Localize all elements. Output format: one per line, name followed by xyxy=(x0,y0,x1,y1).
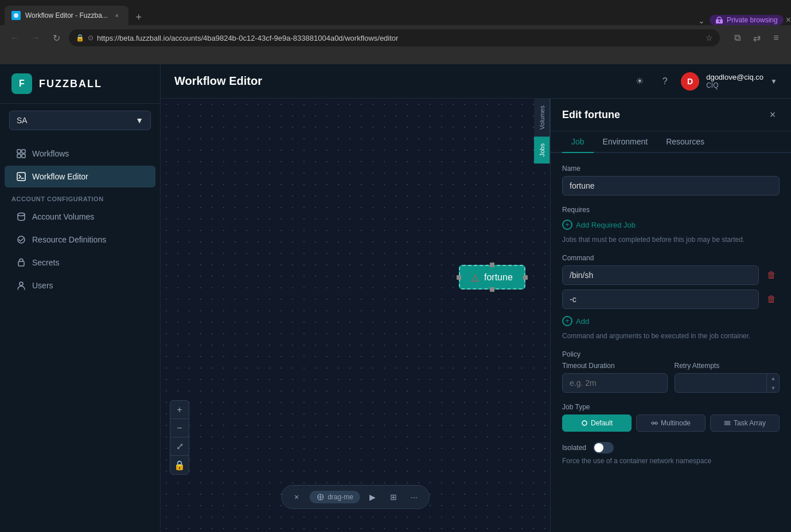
sidebar-item-editor-label: Workflow Editor xyxy=(32,172,88,181)
user-info: dgodlove@ciq.co CIQ xyxy=(706,73,763,89)
command-input-1[interactable] xyxy=(562,265,759,285)
sidebar-item-users-label: Users xyxy=(32,281,53,290)
tab-resources[interactable]: Resources xyxy=(657,131,714,153)
sidebar-item-users[interactable]: Users xyxy=(5,275,155,296)
retry-input-wrap: ▲ ▼ xyxy=(675,373,780,393)
name-input[interactable] xyxy=(562,176,780,195)
toolbar-play-button[interactable]: ▶ xyxy=(365,489,381,505)
delete-command-1-button[interactable]: 🗑 xyxy=(763,267,780,283)
sidebar-item-secrets[interactable]: Secrets xyxy=(5,252,155,273)
job-type-default-button[interactable]: Default xyxy=(562,414,632,432)
isolated-helper-text: Force the use of a container network nam… xyxy=(562,457,780,465)
sidebar: F FUZZBALL SA ▼ Workflows Workflow Edito… xyxy=(0,64,161,532)
user-avatar[interactable]: D xyxy=(681,72,699,91)
menu-button[interactable]: ≡ xyxy=(768,30,784,46)
browser-tab[interactable]: Workflow Editor - Fuzzba... × xyxy=(5,6,128,25)
toolbar-drag-handle[interactable]: drag-me xyxy=(309,491,360,503)
job-type-multinode-label: Multinode xyxy=(661,419,691,427)
delete-command-2-button[interactable]: 🗑 xyxy=(763,291,780,307)
workflow-node-fortune[interactable]: △ fortune xyxy=(459,265,525,290)
command-helper-text: Command and arguments to be executed in … xyxy=(562,332,780,340)
svg-rect-4 xyxy=(22,154,25,158)
logo-icon: F xyxy=(11,73,32,94)
tab-close-button[interactable]: × xyxy=(112,11,122,20)
resource-icon xyxy=(16,234,26,245)
forward-button[interactable]: → xyxy=(28,30,44,46)
job-type-default-label: Default xyxy=(591,419,613,427)
zoom-out-button[interactable]: − xyxy=(170,419,189,437)
new-tab-button[interactable]: + xyxy=(131,9,147,25)
isolated-toggle[interactable] xyxy=(593,442,614,453)
bottom-toolbar: × drag-me ▶ ⊞ ··· xyxy=(281,485,430,509)
node-label: fortune xyxy=(484,272,513,283)
requires-field-group: Requires + Add Required Job Jobs that mu… xyxy=(562,206,780,244)
retry-decrement-button[interactable]: ▼ xyxy=(767,383,780,393)
sidebar-item-account-volumes[interactable]: Account Volumes xyxy=(5,206,155,228)
node-left-handle[interactable] xyxy=(457,275,461,280)
bookmark-icon[interactable]: ☆ xyxy=(706,33,713,42)
user-menu-chevron[interactable]: ▼ xyxy=(770,77,777,85)
add-command-icon: + xyxy=(562,316,572,326)
sync-button[interactable]: ⇄ xyxy=(749,30,765,46)
secrets-icon xyxy=(16,257,26,268)
workflow-canvas[interactable]: Volumes Jobs △ fortune + − ⤢ xyxy=(161,99,550,532)
requires-label: Requires xyxy=(562,206,780,214)
theme-toggle-button[interactable]: ☀ xyxy=(630,72,649,91)
svg-point-11 xyxy=(582,421,587,425)
sidebar-item-resources-label: Resource Definitions xyxy=(32,235,106,244)
extensions-button[interactable]: ⧉ xyxy=(729,30,745,46)
back-button[interactable]: ← xyxy=(7,30,23,46)
svg-point-0 xyxy=(14,13,18,18)
toolbar-grid-button[interactable]: ⊞ xyxy=(385,489,402,505)
retry-field: Retry Attempts ▲ ▼ xyxy=(675,362,780,393)
tab-job[interactable]: Job xyxy=(562,131,594,153)
help-button[interactable]: ? xyxy=(656,72,674,91)
org-selector[interactable]: SA ▼ xyxy=(9,111,151,130)
retry-input[interactable] xyxy=(675,373,780,393)
zoom-fit-button[interactable]: ⤢ xyxy=(170,437,189,456)
panel-close-button[interactable]: × xyxy=(766,108,780,122)
org-dropdown[interactable]: SA ▼ xyxy=(9,111,151,130)
zoom-controls: + − ⤢ 🔒 xyxy=(170,400,189,475)
timeout-input[interactable] xyxy=(562,373,668,393)
sidebar-item-volumes-label: Account Volumes xyxy=(32,212,94,221)
toolbar-more-button[interactable]: ··· xyxy=(406,489,422,505)
tab-favicon xyxy=(11,11,21,20)
sidebar-item-resource-definitions[interactable]: Resource Definitions xyxy=(5,229,155,251)
zoom-in-button[interactable]: + xyxy=(170,401,189,419)
sidebar-item-workflows[interactable]: Workflows xyxy=(5,143,155,165)
job-type-task-array-button[interactable]: Task Array xyxy=(710,414,780,432)
sidebar-logo: F FUZZBALL xyxy=(0,64,160,104)
node-warning-icon: △ xyxy=(472,272,478,283)
side-tab-jobs[interactable]: Jobs xyxy=(534,136,550,163)
isolated-row: Isolated xyxy=(562,442,780,453)
main-content: Workflow Editor ☀ ? D dgodlove@ciq.co CI… xyxy=(161,64,791,532)
toolbar-close-button[interactable]: × xyxy=(289,489,305,505)
add-required-icon: + xyxy=(562,220,572,230)
node-box[interactable]: △ fortune xyxy=(459,265,525,290)
tab-environment[interactable]: Environment xyxy=(594,131,657,153)
private-browsing-badge: Private browsing xyxy=(710,15,784,25)
tab-list-button[interactable]: ⌄ xyxy=(698,16,705,25)
node-right-handle[interactable] xyxy=(523,275,528,280)
zoom-lock-button[interactable]: 🔒 xyxy=(170,456,189,474)
add-command-label: Add xyxy=(576,317,589,326)
toggle-knob xyxy=(594,443,603,452)
job-type-multinode-button[interactable]: Multinode xyxy=(636,414,706,432)
command-input-2[interactable] xyxy=(562,290,759,309)
browser-close-button[interactable]: × xyxy=(786,15,791,25)
tab-controls: ⌄ xyxy=(698,16,710,25)
sidebar-item-workflow-editor[interactable]: Workflow Editor xyxy=(5,166,155,187)
add-required-button[interactable]: + Add Required Job xyxy=(562,217,780,232)
reload-button[interactable]: ↻ xyxy=(48,30,64,46)
job-type-field-group: Job Type Default Multinode xyxy=(562,403,780,432)
url-bar[interactable]: 🔒 ⊙ https://beta.fuzzball.io/accounts/4b… xyxy=(69,29,720,46)
tab-title: Workflow Editor - Fuzzba... xyxy=(25,11,108,19)
add-command-button[interactable]: + Add xyxy=(562,314,780,328)
side-tab-volumes[interactable]: Volumes xyxy=(534,99,550,136)
volumes-icon xyxy=(16,212,26,222)
task-array-type-icon xyxy=(724,420,731,427)
svg-point-6 xyxy=(18,213,25,216)
logo-text: FUZZBALL xyxy=(39,78,102,90)
retry-increment-button[interactable]: ▲ xyxy=(767,373,780,383)
